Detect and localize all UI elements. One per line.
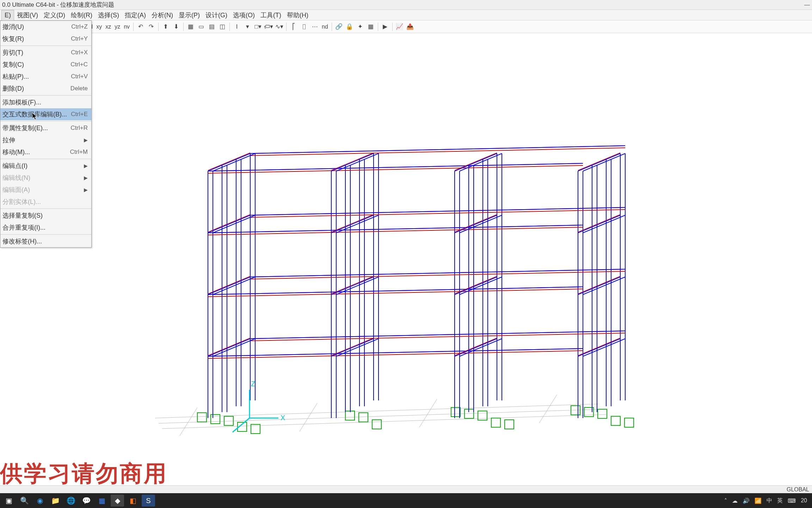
edit-menu-item-23[interactable]: 修改标签(H)... — [0, 235, 91, 247]
tray-cloud-icon[interactable]: ☁ — [732, 497, 738, 504]
ime-lang1[interactable]: 中 — [767, 497, 772, 504]
edit-menu-item-20[interactable]: 选择量复制(S) — [0, 210, 91, 222]
svg-line-63 — [208, 339, 250, 356]
svg-line-115 — [208, 163, 583, 171]
svg-line-116 — [250, 146, 625, 153]
menu-tools[interactable]: 工具(T) — [258, 10, 284, 21]
taskbar-time[interactable]: 20 — [801, 497, 807, 504]
svg-line-86 — [460, 277, 502, 295]
undo-icon[interactable]: ↶ — [136, 22, 146, 32]
edit-menu-item-12[interactable]: 拉伸▶ — [0, 134, 91, 146]
menu-select[interactable]: 选择(S) — [95, 10, 122, 21]
menu-item-label: 移动(M)... — [2, 148, 70, 156]
layer-icon[interactable]: ◫ — [217, 22, 227, 32]
edit-menu-item-9[interactable]: 交互式数据库编辑(B)...Ctrl+E — [0, 108, 91, 120]
svg-rect-22 — [598, 409, 607, 418]
edit-menu-item-11[interactable]: 带属性复制(E)...Ctrl+R — [0, 122, 91, 134]
menu-options[interactable]: 选项(O) — [230, 10, 258, 21]
label-dd-icon[interactable]: 🏷▾ — [264, 22, 273, 32]
app2-icon[interactable]: ◆ — [111, 495, 124, 507]
sap2000-icon[interactable]: S — [142, 495, 155, 507]
window-title: 0.0 Ultimate C64-bit - 位移加速度地震问题 — [2, 1, 114, 9]
svg-rect-12 — [345, 411, 355, 420]
tray-volume-icon[interactable]: 🔊 — [743, 497, 750, 504]
shape-icon[interactable]: ▭ — [196, 22, 206, 32]
title-bar: 0.0 Ultimate C64-bit - 位移加速度地震问题 — — [0, 0, 812, 10]
edit-menu-item-0[interactable]: 撤消(U)Ctrl+Z — [0, 21, 91, 33]
up-arrow-icon[interactable]: ⬆ — [161, 22, 171, 32]
edit-menu-item-1[interactable]: 恢复(R)Ctrl+Y — [0, 33, 91, 45]
redo-icon[interactable]: ↷ — [146, 22, 156, 32]
panel-icon[interactable]: ▤ — [207, 22, 217, 32]
menu-item-label: 删除(D) — [2, 84, 70, 93]
menu-draw[interactable]: 绘制(R) — [68, 10, 95, 21]
dropdown-1-icon[interactable]: ▾ — [242, 22, 252, 32]
model-viewport[interactable]: Z X — [0, 33, 812, 485]
wechat-icon[interactable]: 💬 — [80, 495, 93, 507]
menu-analyze[interactable]: 分析(N) — [149, 10, 176, 21]
menu-design[interactable]: 设计(G) — [203, 10, 230, 21]
svg-rect-18 — [491, 418, 500, 427]
edit-menu-item-21[interactable]: 合并重复项(I)... — [0, 222, 91, 234]
start-icon[interactable]: ▣ — [2, 495, 16, 507]
view-nv-button[interactable]: nv — [122, 24, 131, 30]
submenu-arrow-icon: ▶ — [84, 163, 88, 169]
edge-icon[interactable]: ◉ — [33, 495, 47, 507]
svg-line-118 — [213, 153, 255, 171]
door-icon[interactable]: ⌷ — [299, 22, 309, 32]
svg-line-78 — [250, 271, 625, 279]
link-icon[interactable]: 🔗 — [334, 22, 344, 32]
svg-line-112 — [208, 165, 583, 173]
run-icon[interactable]: ▶ — [380, 22, 390, 32]
edit-menu-item-5[interactable]: 粘贴(P)...Ctrl+V — [0, 71, 91, 83]
tray-keyboard-icon[interactable]: ⌨ — [788, 497, 796, 504]
minimize-button[interactable]: — — [804, 2, 810, 8]
edit-menu-item-13[interactable]: 移动(M)...Ctrl+M — [0, 146, 91, 158]
nd-button[interactable]: nd — [320, 24, 330, 30]
chrome-icon[interactable]: 🌐 — [64, 495, 78, 507]
view-xy-button[interactable]: xy — [95, 24, 103, 30]
curve-dd-icon[interactable]: ∿▾ — [274, 22, 284, 32]
menu-edit[interactable]: E) — [1, 10, 14, 20]
explorer-icon[interactable]: 📁 — [49, 495, 62, 507]
dots-icon[interactable]: ⋯ — [310, 22, 320, 32]
app3-icon[interactable]: ◧ — [126, 495, 140, 507]
svg-line-124 — [583, 153, 625, 171]
lock-icon[interactable]: 🔒 — [345, 22, 355, 32]
export-icon[interactable]: 📤 — [405, 22, 415, 32]
view-xz-button[interactable]: xz — [104, 24, 112, 30]
menu-display[interactable]: 显示(P) — [176, 10, 203, 21]
down-arrow-icon[interactable]: ⬇ — [171, 22, 181, 32]
edit-menu-item-4[interactable]: 复制(C)Ctrl+C — [0, 59, 91, 71]
edit-menu-item-6[interactable]: 删除(D)Delete — [0, 83, 91, 95]
svg-line-6 — [539, 395, 557, 423]
axis-z-label: Z — [251, 380, 255, 388]
bracket-icon[interactable]: ⎡ — [289, 22, 299, 32]
svg-line-60 — [250, 333, 625, 341]
ime-lang2[interactable]: 英 — [777, 497, 783, 504]
svg-line-103 — [455, 215, 497, 233]
menu-assign[interactable]: 指定(A) — [122, 10, 149, 21]
menu-define[interactable]: 定义(D) — [41, 10, 68, 21]
edit-menu-item-18: 分割实体(L)... — [0, 196, 91, 208]
star-icon[interactable]: ✦ — [355, 22, 365, 32]
axis-x-label: X — [281, 414, 285, 422]
grid-icon[interactable]: ▦ — [186, 22, 196, 32]
menu-view[interactable]: 视图(V) — [14, 10, 41, 21]
menu-help[interactable]: 帮助(H) — [284, 10, 311, 21]
app1-icon[interactable]: ▦ — [95, 495, 109, 507]
square-dd-icon[interactable]: □▾ — [253, 22, 263, 32]
menu-item-label: 恢复(R) — [2, 35, 71, 43]
tray-chevron-icon[interactable]: ˄ — [724, 497, 727, 504]
edit-menu-item-3[interactable]: 剪切(T)Ctrl+X — [0, 47, 91, 59]
chart-icon[interactable]: 📈 — [395, 22, 405, 32]
edit-menu-item-8[interactable]: 添加模板(F)... — [0, 96, 91, 108]
tray-network-icon[interactable]: 📶 — [755, 497, 762, 504]
view-yz-button[interactable]: yz — [113, 24, 122, 30]
text-icon[interactable]: I — [232, 22, 242, 32]
edit-menu-item-15[interactable]: 编辑点(I)▶ — [0, 160, 91, 172]
table-icon[interactable]: ▦ — [366, 22, 376, 32]
menu-item-label: 合并重复项(I)... — [2, 223, 88, 232]
status-coord-system: GLOBAL — [787, 486, 809, 493]
search-icon[interactable]: 🔍 — [18, 495, 31, 507]
